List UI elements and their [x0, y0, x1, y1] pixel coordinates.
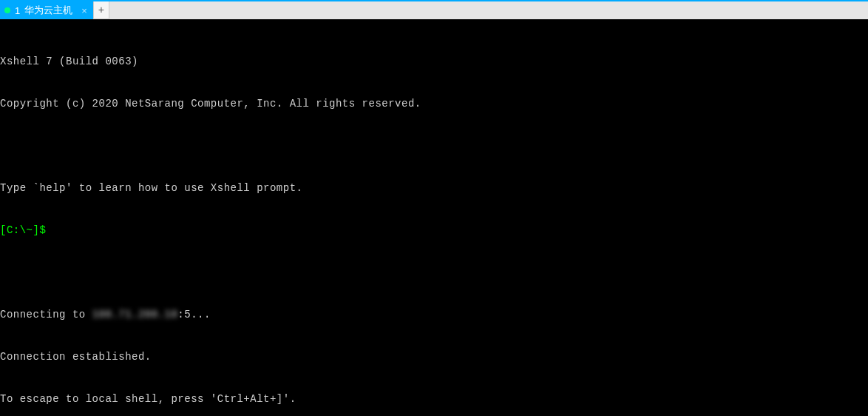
connecting-prefix: Connecting to [0, 309, 92, 321]
terminal-output[interactable]: Xshell 7 (Build 0063) Copyright (c) 2020… [0, 19, 868, 416]
tab-bar: 1 华为云主机 × + [0, 0, 868, 19]
help-hint-line: Type `help' to learn how to use Xshell p… [0, 181, 868, 195]
connecting-line: Connecting to 100.71.200.10:5... [0, 308, 868, 322]
copyright-line: Copyright (c) 2020 NetSarang Computer, I… [0, 97, 868, 111]
blank-line [0, 266, 868, 280]
tab-index: 1 [15, 5, 20, 16]
established-line: Connection established. [0, 350, 868, 364]
plus-icon: + [98, 4, 104, 16]
blank-line [0, 139, 868, 153]
connecting-suffix: :5... [177, 309, 211, 321]
local-prompt-line: [C:\~]$ [0, 224, 868, 238]
escape-hint-line: To escape to local shell, press 'Ctrl+Al… [0, 392, 868, 406]
tab-active[interactable]: 1 华为云主机 × [0, 1, 93, 19]
tab-label: 华为云主机 [24, 4, 72, 17]
app-version-line: Xshell 7 (Build 0063) [0, 55, 868, 69]
obscured-host: 100.71.200.10 [92, 308, 178, 322]
close-tab-icon[interactable]: × [81, 5, 87, 16]
local-prompt: [C:\~]$ [0, 224, 52, 236]
connection-status-dot-icon [4, 7, 10, 13]
add-tab-button[interactable]: + [93, 1, 109, 19]
